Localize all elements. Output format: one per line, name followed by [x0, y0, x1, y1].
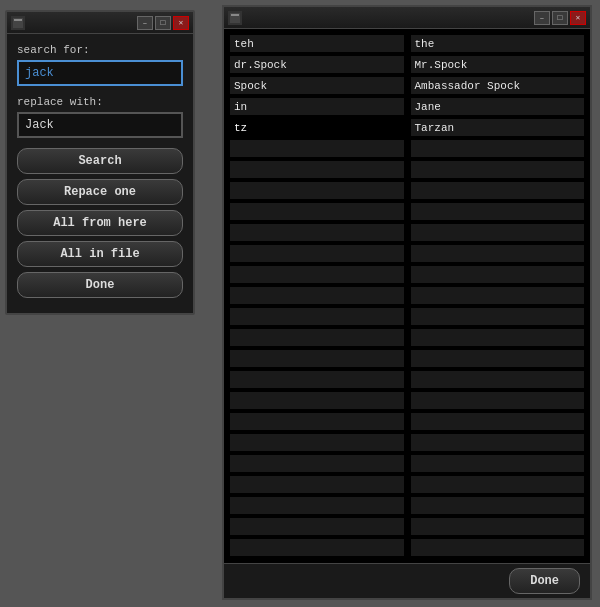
right-cell-10: [410, 244, 586, 263]
replace-input[interactable]: [17, 112, 183, 138]
left-cell-19: [229, 433, 405, 452]
right-maximize-button[interactable]: □: [552, 11, 568, 25]
left-cell-20: [229, 454, 405, 473]
right-cell-6: [410, 160, 586, 179]
right-cell-2: Ambassador Spock: [410, 76, 586, 95]
search-input[interactable]: [17, 60, 183, 86]
right-minimize-button[interactable]: –: [534, 11, 550, 25]
left-cell-16: [229, 370, 405, 389]
left-cell-12: [229, 286, 405, 305]
right-footer: Done: [224, 563, 590, 598]
left-cell-5: [229, 139, 405, 158]
right-cell-5: [410, 139, 586, 158]
right-cell-8: [410, 202, 586, 221]
right-cell-21: [410, 475, 586, 494]
right-cell-16: [410, 370, 586, 389]
right-cell-17: [410, 391, 586, 410]
svg-rect-1: [14, 19, 22, 21]
right-cell-15: [410, 349, 586, 368]
dialog-body: search for: replace with: Search Repace …: [7, 34, 193, 313]
right-titlebar: – □ ✕: [224, 7, 590, 29]
columns-container: tehdr.SpockSpockintz theMr.SpockAmbassad…: [229, 34, 585, 558]
search-label: search for:: [17, 44, 183, 56]
right-cell-23: [410, 517, 586, 536]
right-app-icon: [228, 11, 242, 25]
left-cell-22: [229, 496, 405, 515]
right-close-button[interactable]: ✕: [570, 11, 586, 25]
app-icon: [11, 16, 25, 30]
left-cell-21: [229, 475, 405, 494]
minimize-button[interactable]: –: [137, 16, 153, 30]
left-cell-0: teh: [229, 34, 405, 53]
left-cell-8: [229, 202, 405, 221]
left-cell-11: [229, 265, 405, 284]
left-cell-15: [229, 349, 405, 368]
left-cell-1: dr.Spock: [229, 55, 405, 74]
right-cell-0: the: [410, 34, 586, 53]
replace-label: replace with:: [17, 96, 183, 108]
left-cell-6: [229, 160, 405, 179]
maximize-button[interactable]: □: [155, 16, 171, 30]
left-cell-18: [229, 412, 405, 431]
left-cell-14: [229, 328, 405, 347]
left-cell-4: tz: [229, 118, 405, 137]
right-cell-9: [410, 223, 586, 242]
left-column: tehdr.SpockSpockintz: [229, 34, 405, 558]
search-button[interactable]: Search: [17, 148, 183, 174]
all-from-here-button[interactable]: All from here: [17, 210, 183, 236]
right-cell-24: [410, 538, 586, 557]
right-cell-4: Tarzan: [410, 118, 586, 137]
left-cell-3: in: [229, 97, 405, 116]
results-window: – □ ✕ tehdr.SpockSpockintz theMr.SpockAm…: [222, 5, 592, 600]
right-cell-1: Mr.Spock: [410, 55, 586, 74]
results-body: tehdr.SpockSpockintz theMr.SpockAmbassad…: [224, 29, 590, 563]
done-right-button[interactable]: Done: [509, 568, 580, 594]
right-cell-19: [410, 433, 586, 452]
left-cell-24: [229, 538, 405, 557]
right-cell-14: [410, 328, 586, 347]
right-column: theMr.SpockAmbassador SpockJaneTarzan: [410, 34, 586, 558]
left-cell-2: Spock: [229, 76, 405, 95]
close-button[interactable]: ✕: [173, 16, 189, 30]
all-in-file-button[interactable]: All in file: [17, 241, 183, 267]
right-cell-3: Jane: [410, 97, 586, 116]
window-controls: – □ ✕: [137, 16, 189, 30]
left-cell-7: [229, 181, 405, 200]
right-cell-12: [410, 286, 586, 305]
right-cell-7: [410, 181, 586, 200]
right-window-controls: – □ ✕: [534, 11, 586, 25]
right-cell-22: [410, 496, 586, 515]
left-cell-23: [229, 517, 405, 536]
left-cell-10: [229, 244, 405, 263]
left-cell-13: [229, 307, 405, 326]
left-cell-17: [229, 391, 405, 410]
left-cell-9: [229, 223, 405, 242]
replace-one-button[interactable]: Repace one: [17, 179, 183, 205]
right-cell-20: [410, 454, 586, 473]
svg-rect-3: [231, 14, 239, 16]
right-cell-13: [410, 307, 586, 326]
left-titlebar: – □ ✕: [7, 12, 193, 34]
search-replace-dialog: – □ ✕ search for: replace with: Search R…: [5, 10, 195, 315]
right-cell-11: [410, 265, 586, 284]
right-cell-18: [410, 412, 586, 431]
done-left-button[interactable]: Done: [17, 272, 183, 298]
